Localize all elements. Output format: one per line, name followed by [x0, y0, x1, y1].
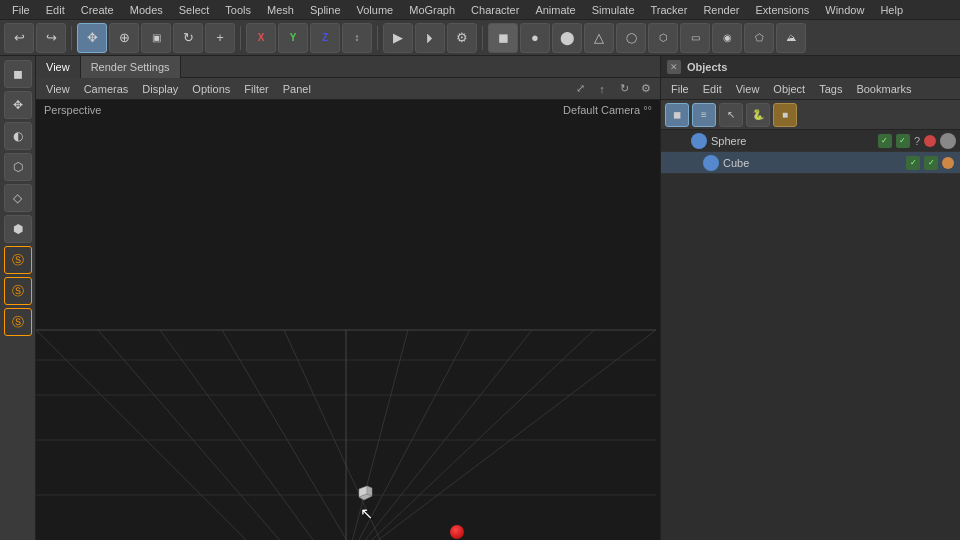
menu-edit[interactable]: Edit [38, 0, 73, 20]
viewport-icon-settings[interactable]: ⚙ [636, 79, 656, 99]
svg-line-11 [246, 330, 656, 540]
panel-menu-bookmarks[interactable]: Bookmarks [850, 78, 917, 100]
svg-line-2 [98, 330, 366, 540]
menu-create[interactable]: Create [73, 0, 122, 20]
object-row-cube[interactable]: Cube ✓ ✓ [661, 152, 960, 174]
sphere-question[interactable]: ? [914, 135, 920, 147]
tab-view[interactable]: View [36, 56, 81, 78]
panel-objects-icon[interactable]: ◼ [665, 103, 689, 127]
toolbar-separator-3 [377, 26, 378, 50]
undo-button[interactable]: ↩ [4, 23, 34, 53]
vp-menu-filter[interactable]: Filter [238, 78, 274, 100]
cube-dot[interactable] [942, 157, 954, 169]
cube-check1[interactable]: ✓ [906, 156, 920, 170]
viewport-icons: ⤢ ↑ ↻ ⚙ [570, 79, 656, 99]
svg-line-9 [286, 330, 532, 540]
panel-menu-edit[interactable]: Edit [697, 78, 728, 100]
menu-file[interactable]: File [4, 0, 38, 20]
viewport-canvas[interactable]: Perspective Default Camera °° [36, 100, 660, 540]
sphere-name: Sphere [711, 135, 876, 147]
soft-selection-button[interactable]: Ⓢ [4, 277, 32, 305]
panel-close-button[interactable]: ✕ [667, 60, 681, 74]
panel-menubar: File Edit View Object Tags Bookmarks [661, 78, 960, 100]
menu-simulate[interactable]: Simulate [584, 0, 643, 20]
menu-modes[interactable]: Modes [122, 0, 171, 20]
menu-extensions[interactable]: Extensions [747, 0, 817, 20]
vp-menu-cameras[interactable]: Cameras [78, 78, 135, 100]
rotate-tool-button[interactable]: ↻ [173, 23, 203, 53]
menu-render[interactable]: Render [695, 0, 747, 20]
play-forward-button[interactable]: ⏵ [415, 23, 445, 53]
disc-button[interactable]: ◉ [712, 23, 742, 53]
sphere-icon [691, 133, 707, 149]
menu-volume[interactable]: Volume [349, 0, 402, 20]
panel-python-icon[interactable]: 🐍 [746, 103, 770, 127]
svg-line-1 [36, 330, 346, 540]
menu-character[interactable]: Character [463, 0, 527, 20]
plane-button[interactable]: ▭ [680, 23, 710, 53]
edge-mode-button[interactable]: ◇ [4, 184, 32, 212]
vp-menu-options[interactable]: Options [186, 78, 236, 100]
cube-viewport-object[interactable] [354, 483, 374, 503]
panel-menu-file[interactable]: File [665, 78, 695, 100]
viewport-icon-maximize[interactable]: ↑ [592, 79, 612, 99]
z-axis-button[interactable]: Z [310, 23, 340, 53]
cylinder-button[interactable]: ⬤ [552, 23, 582, 53]
select-tool-button[interactable]: ✥ [77, 23, 107, 53]
axis-tool-button[interactable]: ↕ [342, 23, 372, 53]
panel-shader-icon[interactable]: ■ [773, 103, 797, 127]
menu-select[interactable]: Select [171, 0, 218, 20]
panel-cursor-icon[interactable]: ↖ [719, 103, 743, 127]
vp-menu-display[interactable]: Display [136, 78, 184, 100]
cone-button[interactable]: △ [584, 23, 614, 53]
viewport-icon-refresh[interactable]: ↻ [614, 79, 634, 99]
sphere-check2[interactable]: ✓ [896, 134, 910, 148]
render-settings-button[interactable]: ⚙ [447, 23, 477, 53]
sphere-button[interactable]: ● [520, 23, 550, 53]
tab-render-settings[interactable]: Render Settings [81, 56, 181, 78]
menu-spline[interactable]: Spline [302, 0, 349, 20]
move-tool-button[interactable]: ⊕ [109, 23, 139, 53]
landscape-button[interactable]: ⛰ [776, 23, 806, 53]
panel-menu-tags[interactable]: Tags [813, 78, 848, 100]
menu-window[interactable]: Window [817, 0, 872, 20]
scale-tool-button[interactable]: ▣ [141, 23, 171, 53]
transform-mode-button[interactable]: ✥ [4, 91, 32, 119]
sphere-dot[interactable] [924, 135, 936, 147]
toolbar: ↩ ↪ ✥ ⊕ ▣ ↻ + X Y Z ↕ ▶ ⏵ ⚙ ◼ ● ⬤ △ ◯ ⬡ … [0, 20, 960, 56]
play-button[interactable]: ▶ [383, 23, 413, 53]
polygon-mode-button[interactable]: ⬡ [4, 153, 32, 181]
viewport-tabs: View Render Settings [36, 56, 660, 78]
redo-button[interactable]: ↪ [36, 23, 66, 53]
selection-tool-sidebar[interactable]: Ⓢ [4, 246, 32, 274]
symmetry-button[interactable]: Ⓢ [4, 308, 32, 336]
torus-button[interactable]: ◯ [616, 23, 646, 53]
material-mode-button[interactable]: ◐ [4, 122, 32, 150]
vp-menu-panel[interactable]: Panel [277, 78, 317, 100]
panel-titlebar: ✕ Objects [661, 56, 960, 78]
sphere-viewport-object[interactable] [450, 525, 464, 539]
tube-button[interactable]: ⬠ [744, 23, 774, 53]
sphere-check1[interactable]: ✓ [878, 134, 892, 148]
panel-menu-object[interactable]: Object [767, 78, 811, 100]
point-mode-button[interactable]: ⬢ [4, 215, 32, 243]
menu-tracker[interactable]: Tracker [643, 0, 696, 20]
viewport-icon-move[interactable]: ⤢ [570, 79, 590, 99]
panel-list-icon[interactable]: ≡ [692, 103, 716, 127]
menu-help[interactable]: Help [872, 0, 911, 20]
menu-tools[interactable]: Tools [217, 0, 259, 20]
menu-animate[interactable]: Animate [527, 0, 583, 20]
create-tool-button[interactable]: + [205, 23, 235, 53]
y-axis-button[interactable]: Y [278, 23, 308, 53]
panel-menu-view[interactable]: View [730, 78, 766, 100]
viewport-area: View Render Settings View Cameras Displa… [36, 56, 660, 540]
cube-button[interactable]: ◼ [488, 23, 518, 53]
menu-mograph[interactable]: MoGraph [401, 0, 463, 20]
object-row-sphere[interactable]: Sphere ✓ ✓ ? [661, 130, 960, 152]
object-mode-button[interactable]: ◼ [4, 60, 32, 88]
capsule-button[interactable]: ⬡ [648, 23, 678, 53]
vp-menu-view[interactable]: View [40, 78, 76, 100]
x-axis-button[interactable]: X [246, 23, 276, 53]
cube-check2[interactable]: ✓ [924, 156, 938, 170]
menu-mesh[interactable]: Mesh [259, 0, 302, 20]
